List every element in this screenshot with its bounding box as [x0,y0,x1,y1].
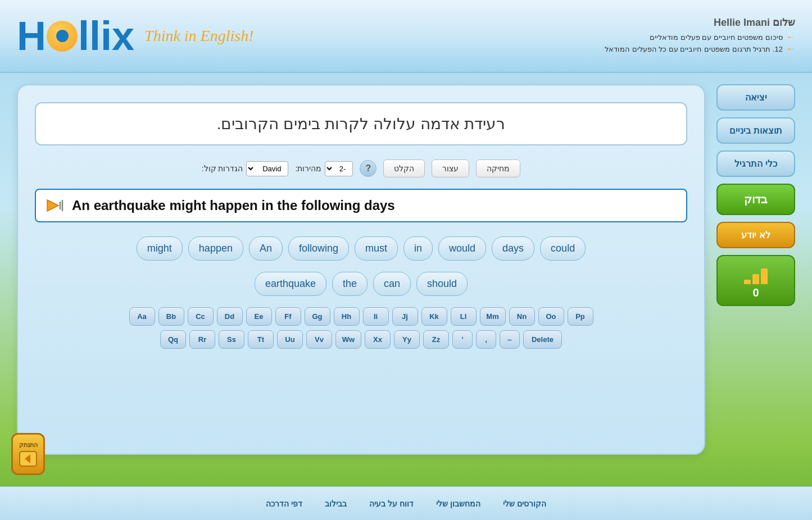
nav-link-report[interactable]: דווח על בעיה [369,499,414,508]
key-vv[interactable]: Vv [306,330,332,349]
erase-button[interactable]: מחיקה [476,159,520,177]
nav-link-courses[interactable]: הקורסים שלי [503,499,546,508]
logo-area: H llix Think in English! [17,16,254,56]
word-btn-should[interactable]: should [416,272,468,296]
key-uu[interactable]: Uu [277,330,303,349]
logo-llix: llix [78,16,134,56]
exercise-tools-button[interactable]: כלי התרגיל [716,150,795,177]
score-box: 0 [716,255,795,306]
nav-link-calculator[interactable]: המחשבון שלי [436,499,480,508]
score-number: 0 [752,286,759,299]
main-wrapper: רעידת אדמה עלולה לקרות בימים הקרובים. מח… [0,73,812,466]
voice-select[interactable]: David Susan [246,161,288,176]
voice-control: David Susan הגדרות קול: [202,161,289,176]
key-comma[interactable]: , [476,330,496,349]
word-btn-could[interactable]: could [540,236,586,261]
greeting-text: שלום Hellie Imani [605,16,795,29]
voice-label: הגדרות קול: [202,164,243,173]
info-line-1: ← סיכום משפטים חיוביים עם פעלים מודאליים [605,32,795,42]
back-button[interactable]: התנתק [11,433,45,475]
key-rr[interactable]: Rr [189,330,215,349]
key-nn[interactable]: Nn [509,307,535,326]
back-label: התנתק [19,441,38,449]
dontknow-button[interactable]: לא יודע [716,222,795,248]
answer-row [35,189,687,222]
logo: H llix [17,16,134,56]
arrow-icon-2: ← [786,44,795,54]
word-btn-earthquake[interactable]: earthquake [255,272,326,296]
logo-circle-icon [47,21,78,52]
speed-select[interactable]: -2 -1 0 1 2 [325,161,353,176]
intermediate-results-button[interactable]: תוצאות ביניים [716,117,795,144]
back-arrow-icon [19,451,37,467]
exit-button[interactable]: יציאה [716,84,795,111]
help-button[interactable]: ? [360,160,376,177]
key-kk[interactable]: Kk [421,307,447,326]
right-sidebar: יציאה תוצאות ביניים כלי התרגיל בדוק לא י… [716,84,795,455]
key-ww[interactable]: Ww [335,330,361,349]
key-tt[interactable]: Tt [248,330,274,349]
info-line-2: ← 12. תרגיל תרגום משפטים חיוביים עם כל ה… [605,44,795,54]
key-qq[interactable]: Qq [160,330,186,349]
word-btn-must[interactable]: must [355,236,398,261]
key-ii[interactable]: Ii [363,307,389,326]
keyboard-row-1: Aa Bb Cc Dd Ee Ff Gg Hh Ii Jj Kk Ll Mm N… [129,307,593,326]
key-aa[interactable]: Aa [129,307,155,326]
svg-marker-0 [47,200,58,211]
answer-input[interactable] [72,198,679,213]
score-chart [742,262,770,284]
nav-link-babilov[interactable]: בבילוב [325,499,347,508]
stop-button[interactable]: עצור [432,159,469,177]
check-button[interactable]: בדוק [716,184,795,215]
word-btn-can[interactable]: can [373,272,411,296]
key-ee[interactable]: Ee [246,307,272,326]
key-ss[interactable]: Ss [219,330,244,349]
key-xx[interactable]: Xx [365,330,391,349]
key-dash[interactable]: – [500,330,520,349]
key-cc[interactable]: Cc [188,307,214,326]
key-apostrophe[interactable]: ' [452,330,473,349]
key-jj[interactable]: Jj [392,307,418,326]
word-buttons-row1: might happen An following must in would … [35,236,687,261]
word-btn-an[interactable]: An [249,236,283,261]
score-bar-2 [752,274,759,284]
controls-row: מחיקה עצור הקלט ? -2 -1 0 1 2 מהירות: Da… [35,159,687,177]
key-pp[interactable]: Pp [568,307,593,326]
key-gg[interactable]: Gg [305,307,330,326]
speaker-icon[interactable] [43,194,65,217]
keyboard-row-2: Qq Rr Ss Tt Uu Vv Ww Xx Yy Zz ' , – Dele… [160,330,562,349]
logo-tagline: Think in English! [144,27,253,45]
arrow-icon-1: ← [786,32,795,42]
content-panel: רעידת אדמה עלולה לקרות בימים הקרובים. מח… [17,84,705,455]
bottom-nav: הקורסים שלי המחשבון שלי דווח על בעיה בבי… [0,486,812,520]
info-text-1: סיכום משפטים חיוביים עם פעלים מודאליים [650,33,783,42]
score-bar-3 [761,268,768,284]
word-btn-might[interactable]: might [137,236,183,261]
key-zz[interactable]: Zz [423,330,449,349]
word-btn-days[interactable]: days [492,236,534,261]
hebrew-sentence: רעידת אדמה עלולה לקרות בימים הקרובים. [35,102,687,145]
word-btn-happen[interactable]: happen [188,236,243,261]
word-btn-following[interactable]: following [288,236,349,261]
speed-control: -2 -1 0 1 2 מהירות: [295,161,353,176]
keyboard-area: Aa Bb Cc Dd Ee Ff Gg Hh Ii Jj Kk Ll Mm N… [35,307,687,349]
header: H llix Think in English! שלום Hellie Ima… [0,0,812,73]
delete-button[interactable]: Delete [523,330,562,349]
speed-label: מהירות: [295,164,321,173]
record-button[interactable]: הקלט [383,159,425,177]
key-dd[interactable]: Dd [217,307,243,326]
key-yy[interactable]: Yy [394,330,420,349]
key-oo[interactable]: Oo [538,307,564,326]
key-ff[interactable]: Ff [275,307,301,326]
word-btn-the[interactable]: the [332,272,368,296]
info-text-2: 12. תרגיל תרגום משפטים חיוביים עם כל הפע… [605,45,783,53]
nav-link-guides[interactable]: דפי הדרכה [266,499,302,508]
key-ll[interactable]: Ll [451,307,477,326]
logo-h: H [17,16,46,56]
word-buttons-row2: earthquake the can should [35,272,687,296]
key-bb[interactable]: Bb [158,307,184,326]
word-btn-in[interactable]: in [403,236,433,261]
key-mm[interactable]: Mm [480,307,506,326]
key-hh[interactable]: Hh [334,307,360,326]
word-btn-would[interactable]: would [438,236,486,261]
